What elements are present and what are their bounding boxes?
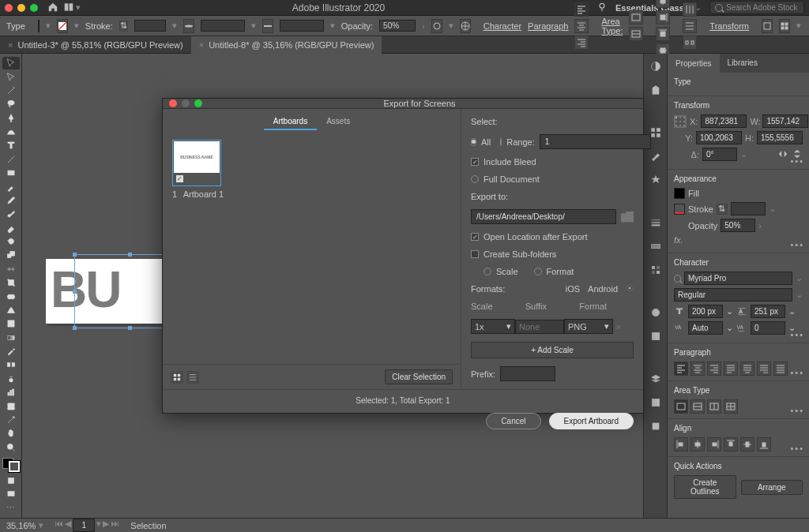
next-artboard-icon[interactable]: ▶ — [103, 519, 109, 532]
recolor-icon[interactable] — [460, 19, 471, 33]
stroke-chip[interactable] — [674, 204, 685, 215]
align-center-icon[interactable] — [574, 19, 589, 33]
fx-label[interactable]: fx. — [674, 235, 683, 245]
shape-builder-tool[interactable] — [2, 290, 20, 302]
h-field[interactable] — [757, 131, 803, 144]
folder-icon[interactable] — [621, 212, 634, 223]
format-settings-icon[interactable] — [626, 284, 634, 294]
w-field[interactable] — [762, 114, 808, 128]
artboard-thumbnail[interactable]: BUSINESS NAME ✓ — [172, 140, 221, 186]
chevron-down-icon[interactable]: ▾ — [330, 21, 335, 31]
selection-tool[interactable] — [2, 57, 20, 69]
para-justify-all-icon[interactable] — [773, 362, 788, 376]
tracking-field[interactable] — [751, 321, 785, 335]
direct-selection-tool[interactable] — [2, 70, 20, 83]
scale-dropdown[interactable]: 1x▾ — [471, 319, 515, 334]
minimize-window[interactable] — [17, 4, 25, 12]
width-profile-field[interactable] — [201, 20, 245, 32]
chevron-down-icon[interactable]: ▾ — [172, 21, 177, 31]
prefix-field[interactable] — [500, 366, 555, 381]
chevron-down-icon[interactable]: ▾ — [251, 21, 256, 31]
chevron-right-icon[interactable]: › — [422, 21, 425, 31]
suffix-field[interactable]: None — [515, 320, 564, 334]
chevron-down-icon[interactable]: ⌄ — [796, 273, 803, 283]
areatype-opt2-icon[interactable] — [629, 27, 643, 41]
transparency-panel-icon[interactable] — [648, 262, 664, 278]
opacity-field[interactable] — [721, 219, 755, 232]
paragraph-link[interactable]: Paragraph — [528, 21, 568, 31]
align-r-icon[interactable] — [656, 10, 670, 24]
rotate-tool[interactable] — [2, 235, 20, 248]
last-artboard-icon[interactable]: ⏭ — [111, 519, 119, 532]
remove-format-icon[interactable]: × — [613, 322, 624, 332]
chevron-down-icon[interactable]: ▾ — [74, 21, 79, 31]
list-view-icon[interactable] — [186, 371, 199, 384]
opacity-field[interactable] — [379, 20, 416, 32]
transform-link[interactable]: Transform — [709, 21, 749, 31]
eyedropper-tool[interactable] — [2, 345, 20, 358]
more-options-icon[interactable]: ••• — [790, 240, 804, 249]
gradient-tool[interactable] — [2, 332, 20, 344]
blend-tool[interactable] — [2, 358, 20, 371]
brush-field[interactable] — [280, 20, 324, 32]
more-options-icon[interactable]: ••• — [790, 330, 804, 339]
angle-field[interactable] — [702, 148, 737, 161]
hand-tool[interactable] — [2, 427, 20, 440]
more-options-icon[interactable]: ••• — [790, 156, 804, 166]
leading-field[interactable] — [751, 305, 785, 318]
scale-tool[interactable] — [2, 249, 20, 261]
include-bleed-checkbox[interactable] — [471, 158, 479, 166]
chevron-down-icon[interactable]: ▾ — [46, 21, 51, 31]
paintbrush-tool[interactable] — [2, 180, 20, 193]
first-artboard-icon[interactable]: ⏮ — [55, 519, 63, 532]
artboards-tab[interactable]: Artboards — [264, 114, 317, 130]
para-left-icon[interactable] — [674, 362, 688, 376]
search-stock[interactable]: Search Adobe Stock — [709, 1, 804, 14]
color-guide-panel-icon[interactable] — [648, 82, 664, 98]
eraser-tool[interactable] — [2, 222, 20, 234]
more-options-icon[interactable]: ••• — [790, 406, 804, 415]
full-document-radio[interactable] — [471, 175, 479, 183]
blob-brush-tool[interactable] — [2, 208, 20, 220]
mesh-tool[interactable] — [2, 317, 20, 330]
close-window[interactable] — [5, 4, 13, 12]
color-panel-icon[interactable] — [648, 58, 664, 74]
format-dropdown[interactable]: PNG▾ — [564, 319, 613, 334]
chevron-down-icon[interactable]: ▾ — [39, 520, 43, 530]
screen-mode-icon[interactable] — [2, 488, 20, 500]
dialog-zoom-icon[interactable] — [194, 99, 202, 107]
para-justify-l-icon[interactable] — [724, 362, 738, 376]
fill-stroke-swatch[interactable] — [2, 458, 20, 472]
chevron-down-icon[interactable]: ⌄ — [769, 204, 776, 214]
graphic-styles-panel-icon[interactable] — [648, 328, 664, 344]
stroke-weight-stepper[interactable]: ⇅ — [119, 21, 128, 32]
isolate-icon[interactable] — [762, 19, 773, 33]
clear-selection-button[interactable]: Clear Selection — [385, 369, 453, 384]
width-tool[interactable] — [2, 263, 20, 275]
chevron-right-icon[interactable]: › — [758, 221, 762, 230]
lasso-tool[interactable] — [2, 98, 20, 111]
distrib-2-icon[interactable] — [683, 19, 697, 33]
distrib-3-icon[interactable] — [683, 36, 697, 50]
para-justify-c-icon[interactable] — [740, 362, 754, 376]
pen-tool[interactable] — [2, 112, 20, 125]
free-transform-tool[interactable] — [2, 276, 20, 289]
flip-h-icon[interactable] — [777, 148, 788, 161]
align-hc-icon[interactable] — [690, 437, 705, 451]
appearance-panel-icon[interactable] — [648, 305, 664, 320]
artboard-number-field[interactable] — [73, 519, 95, 532]
swatch-none-icon[interactable] — [57, 19, 68, 33]
x-field[interactable] — [701, 114, 747, 128]
var-width-icon[interactable] — [183, 19, 194, 33]
bulb-icon[interactable] — [596, 2, 608, 14]
align-b-icon[interactable] — [757, 437, 771, 451]
areatype-opt1-icon[interactable] — [629, 10, 643, 24]
open-location-checkbox[interactable] — [471, 233, 479, 241]
close-tab-icon[interactable]: × — [199, 40, 204, 50]
fill-swatch[interactable] — [38, 20, 40, 32]
type-tool[interactable] — [2, 139, 20, 152]
rectangle-tool[interactable] — [2, 167, 20, 179]
stroke-weight-field[interactable] — [731, 202, 766, 215]
chevron-down-icon[interactable]: ⌄ — [796, 290, 803, 300]
create-subfolders-checkbox[interactable] — [471, 250, 479, 258]
